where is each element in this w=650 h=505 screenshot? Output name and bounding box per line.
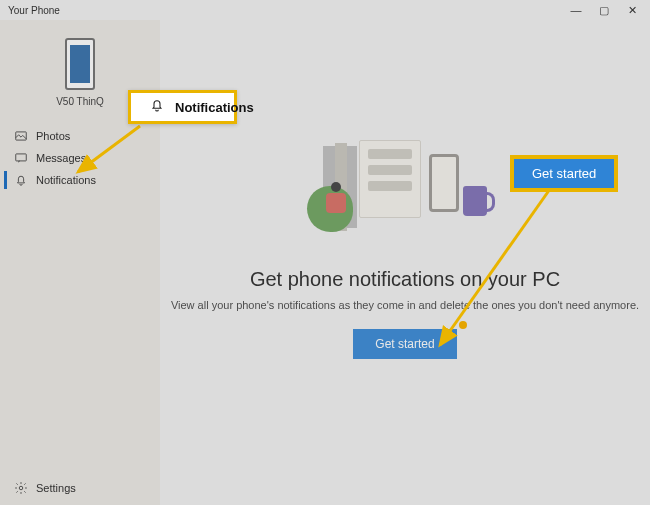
phone-icon xyxy=(65,38,95,90)
sidebar-item-label: Notifications xyxy=(36,174,96,186)
messages-icon xyxy=(14,151,28,165)
page-title: Get phone notifications on your PC xyxy=(250,268,560,291)
content-pane: Get phone notifications on your PC View … xyxy=(160,20,650,505)
svg-point-2 xyxy=(19,486,23,490)
minimize-button[interactable]: — xyxy=(562,4,590,16)
sidebar-item-label: Settings xyxy=(36,482,76,494)
sidebar-item-notifications[interactable]: Notifications xyxy=(0,169,160,191)
bell-icon xyxy=(14,173,28,187)
device-name: V50 ThinQ xyxy=(56,96,104,107)
svg-rect-1 xyxy=(16,154,27,161)
maximize-button[interactable]: ▢ xyxy=(590,4,618,17)
window-title: Your Phone xyxy=(4,5,60,16)
sidebar-item-photos[interactable]: Photos xyxy=(0,125,160,147)
titlebar: Your Phone — ▢ ✕ xyxy=(0,0,650,20)
sidebar-item-messages[interactable]: Messages xyxy=(0,147,160,169)
nav-list: Photos Messages Notifications xyxy=(0,125,160,191)
sidebar: V50 ThinQ Photos Messages Notifications … xyxy=(0,20,160,505)
sidebar-item-label: Messages xyxy=(36,152,86,164)
gear-icon xyxy=(14,481,28,495)
illustration xyxy=(305,140,505,250)
photos-icon xyxy=(14,129,28,143)
sidebar-item-label: Photos xyxy=(36,130,70,142)
close-button[interactable]: ✕ xyxy=(618,4,646,17)
get-started-button[interactable]: Get started xyxy=(353,329,456,359)
device-card: V50 ThinQ xyxy=(0,20,160,115)
sidebar-item-settings[interactable]: Settings xyxy=(0,475,160,505)
page-subtitle: View all your phone's notifications as t… xyxy=(171,299,639,311)
